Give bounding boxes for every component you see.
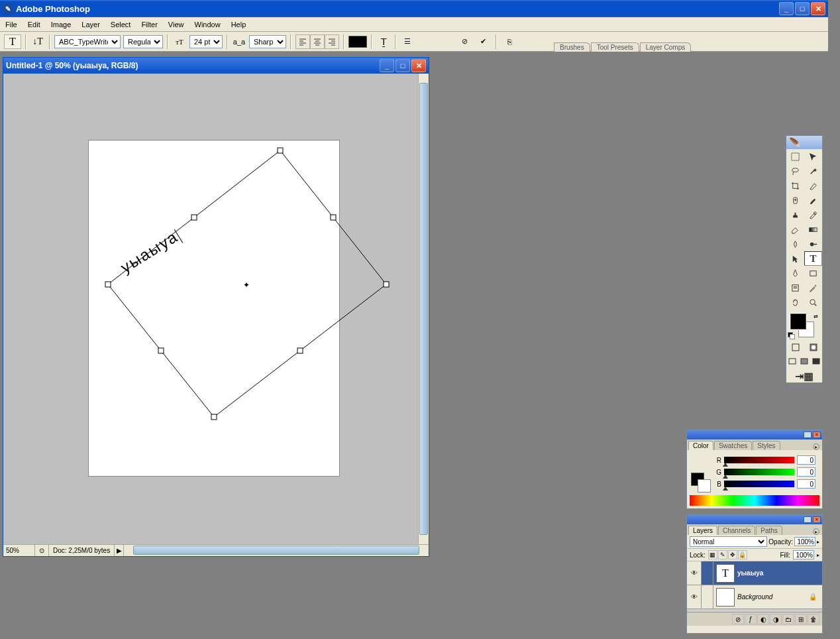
notes-tool[interactable]: [786, 280, 804, 295]
align-left-button[interactable]: [295, 34, 310, 49]
layer-name-background[interactable]: Background: [737, 593, 772, 601]
move-tool[interactable]: [804, 149, 822, 164]
menu-help[interactable]: Help: [226, 19, 252, 30]
canvas-area[interactable]: уыаыуа ✦: [3, 74, 429, 544]
character-palette-button[interactable]: ☰: [400, 34, 415, 49]
document-title-bar[interactable]: Untitled-1 @ 50% (уыаыуа, RGB/8) _ □ ✕: [3, 58, 429, 74]
font-size-select[interactable]: 24 pt: [189, 35, 223, 48]
menu-select[interactable]: Select: [105, 19, 136, 30]
font-family-select[interactable]: ABC_TypeWriter...: [54, 35, 121, 48]
color-panel-close-icon[interactable]: ✕: [813, 432, 821, 438]
screen-full-button[interactable]: [810, 355, 822, 369]
doc-close-button[interactable]: ✕: [411, 59, 426, 72]
layer-mask-button[interactable]: ◐: [757, 614, 769, 624]
menu-view[interactable]: View: [163, 19, 189, 30]
align-center-button[interactable]: [310, 34, 325, 49]
marquee-tool[interactable]: [786, 149, 804, 164]
paths-tab[interactable]: Paths: [756, 526, 782, 535]
text-color-swatch[interactable]: [348, 36, 367, 48]
toolbox-header[interactable]: 🪶: [786, 136, 822, 149]
opacity-arrow-icon[interactable]: ▸: [817, 539, 819, 545]
doc-info[interactable]: Doc: 2,25M/0 bytes: [49, 545, 115, 556]
doc-vertical-scrollbar[interactable]: [418, 74, 429, 544]
layer-thumb-bg[interactable]: [716, 588, 735, 607]
fill-arrow-icon[interactable]: ▸: [817, 552, 819, 558]
lock-position-button[interactable]: ✥: [728, 550, 737, 559]
canvas[interactable]: [88, 140, 340, 477]
cancel-icon[interactable]: ⊘: [457, 34, 472, 49]
quickmask-mode-button[interactable]: [804, 340, 822, 355]
menu-window[interactable]: Window: [189, 19, 226, 30]
standard-mode-button[interactable]: [786, 340, 804, 355]
layers-panel-minimize-icon[interactable]: _: [804, 516, 812, 523]
layers-panel-menu-icon[interactable]: ▸: [813, 528, 819, 535]
align-right-button[interactable]: [325, 34, 339, 49]
lasso-tool[interactable]: [786, 164, 804, 178]
anti-alias-select[interactable]: Sharp: [249, 35, 286, 48]
jump-to-imageready-button[interactable]: ⇥▦: [786, 369, 822, 382]
pen-tool[interactable]: [786, 266, 804, 280]
zoom-field[interactable]: 50%: [3, 545, 35, 556]
color-tab[interactable]: Color: [688, 441, 713, 450]
eyedropper-tool[interactable]: [804, 280, 822, 295]
g-slider[interactable]: [724, 469, 794, 475]
transform-anchor-icon[interactable]: ✦: [243, 280, 250, 290]
layer-adjustment-button[interactable]: ◑: [770, 614, 782, 624]
color-panel-title-bar[interactable]: _ ✕: [687, 430, 822, 439]
layers-panel-close-icon[interactable]: ✕: [813, 516, 821, 523]
delete-layer-button[interactable]: 🗑: [808, 614, 819, 624]
color-spectrum[interactable]: [690, 495, 819, 506]
clone-stamp-tool[interactable]: [786, 207, 804, 222]
menu-file[interactable]: File: [0, 19, 23, 30]
doc-info-menu[interactable]: ▶: [115, 545, 124, 556]
warp-text-button[interactable]: Ṯ: [376, 34, 391, 49]
close-button[interactable]: ✕: [811, 2, 825, 15]
type-tool[interactable]: T: [804, 251, 822, 266]
b-input[interactable]: [797, 479, 815, 489]
doc-horizontal-scrollbar[interactable]: [124, 545, 429, 556]
doc-minimize-button[interactable]: _: [380, 59, 394, 72]
screen-fullmenu-button[interactable]: [798, 355, 810, 369]
magic-wand-tool[interactable]: [804, 164, 822, 178]
layer-name-text[interactable]: уыаыуа: [737, 569, 763, 577]
swap-colors-icon[interactable]: ⇄: [814, 314, 818, 320]
swatches-tab[interactable]: Swatches: [714, 441, 752, 450]
layer-fx-button[interactable]: ƒ: [745, 614, 757, 624]
menu-filter[interactable]: Filter: [136, 19, 162, 30]
layer-visibility-icon[interactable]: 👁: [687, 585, 702, 609]
layers-panel-title-bar[interactable]: _ ✕: [687, 515, 822, 524]
maximize-button[interactable]: □: [795, 2, 810, 15]
history-brush-tool[interactable]: [804, 207, 822, 222]
color-wells[interactable]: ⇄: [786, 312, 822, 340]
layer-thumb-text[interactable]: T: [716, 564, 735, 583]
lock-pixels-button[interactable]: ✎: [718, 550, 727, 559]
foreground-color-well[interactable]: [790, 314, 806, 329]
path-selection-tool[interactable]: [786, 251, 804, 266]
lock-transparency-button[interactable]: ▦: [708, 550, 717, 559]
layer-row-background[interactable]: 👁 Background 🔒: [687, 585, 822, 609]
shape-tool[interactable]: [804, 266, 822, 280]
menu-edit[interactable]: Edit: [23, 19, 46, 30]
layer-visibility-icon[interactable]: 👁: [687, 561, 702, 585]
new-layer-button[interactable]: ⊞: [795, 614, 807, 624]
eraser-tool[interactable]: [786, 222, 804, 237]
fill-input[interactable]: [793, 550, 814, 559]
slice-tool[interactable]: [804, 178, 822, 193]
blend-mode-select[interactable]: Normal: [690, 536, 767, 547]
doc-info-icon[interactable]: ⊙: [35, 545, 49, 556]
r-slider[interactable]: [724, 457, 794, 463]
panel-bg-color[interactable]: [698, 479, 711, 493]
menu-layer[interactable]: Layer: [76, 19, 105, 30]
layer-row-text[interactable]: 👁 T уыаыуа: [687, 561, 822, 585]
r-input[interactable]: [797, 455, 815, 465]
lock-all-button[interactable]: 🔒: [738, 550, 747, 559]
layers-tab[interactable]: Layers: [688, 526, 717, 535]
current-tool-icon[interactable]: T: [4, 34, 21, 49]
commit-icon[interactable]: ✔: [476, 34, 490, 49]
layer-folder-button[interactable]: 🗀: [782, 614, 794, 624]
healing-brush-tool[interactable]: [786, 193, 804, 207]
dodge-tool[interactable]: [804, 237, 822, 251]
dock-tab-tool-presets[interactable]: Tool Presets: [591, 42, 639, 52]
styles-tab[interactable]: Styles: [753, 441, 780, 450]
opacity-input[interactable]: [794, 537, 815, 546]
